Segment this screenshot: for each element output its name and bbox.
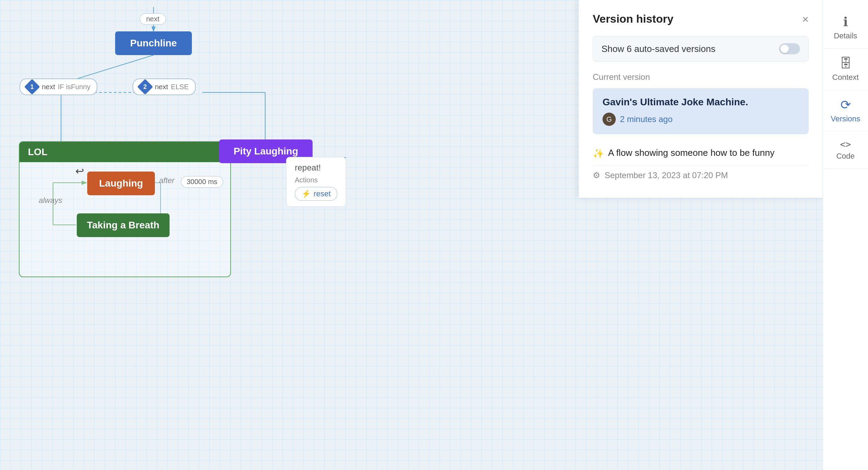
always-label: always xyxy=(39,196,62,205)
auto-saved-label: Show 6 auto-saved versions xyxy=(601,44,716,54)
repeat-box: repeat! Actions ⚡ reset xyxy=(286,157,346,207)
versions-icon: ⟳ xyxy=(840,98,851,112)
else-label: ELSE xyxy=(171,83,189,91)
sidebar-context-label: Context xyxy=(832,73,859,82)
repeat-text: repeat! xyxy=(295,163,337,173)
version-date-row: ⚙ September 13, 2023 at 07:20 PM xyxy=(593,166,809,185)
reset-button[interactable]: ⚡ reset xyxy=(295,187,337,201)
right-sidebar: ℹ Details 🗄 Context ⟳ Versions <> Code xyxy=(823,0,868,470)
version-panel-title: Version history xyxy=(593,13,673,25)
close-version-panel-button[interactable]: × xyxy=(802,14,809,25)
next-label-2: next xyxy=(155,83,168,91)
version-time: 2 minutes ago xyxy=(620,114,673,124)
version-description: ✨ A flow showing someone how to be funny xyxy=(593,141,809,166)
version-desc-text: A flow showing someone how to be funny xyxy=(608,147,775,158)
version-card-title: Gavin's Ultimate Joke Machine. xyxy=(603,97,799,108)
sidebar-details-label: Details xyxy=(834,31,857,40)
current-version-card[interactable]: Gavin's Ultimate Joke Machine. G 2 minut… xyxy=(593,88,809,134)
lol-header: LOL xyxy=(20,142,230,162)
sparkle-icon: ✨ xyxy=(593,148,604,159)
sidebar-item-versions[interactable]: ⟳ Versions xyxy=(823,90,868,131)
next-label: next xyxy=(140,13,166,25)
condition-badge-2[interactable]: 2 next ELSE xyxy=(133,78,196,95)
auto-saved-toggle[interactable] xyxy=(779,43,800,54)
reset-icon: ⚡ xyxy=(301,189,311,198)
version-card-meta: G 2 minutes ago xyxy=(603,113,799,126)
ms-label: 30000 ms xyxy=(181,176,223,188)
version-history-panel: Version history × Show 6 auto-saved vers… xyxy=(578,0,823,198)
version-panel-header: Version history × xyxy=(593,13,809,25)
lol-container: LOL ↩ Laughing after 30000 ms always Tak… xyxy=(19,141,231,277)
database-icon: 🗄 xyxy=(839,56,852,71)
next-label-1: next xyxy=(42,83,55,91)
sidebar-versions-label: Versions xyxy=(831,114,860,123)
actions-label: Actions xyxy=(295,176,337,184)
sidebar-item-code[interactable]: <> Code xyxy=(823,131,868,169)
loop-icon: ↩ xyxy=(75,165,84,177)
version-date-text: September 13, 2023 at 07:20 PM xyxy=(605,170,728,180)
code-icon: <> xyxy=(840,139,851,150)
after-label: after xyxy=(159,176,174,185)
auto-saved-toggle-row: Show 6 auto-saved versions xyxy=(593,36,809,62)
laughing-node[interactable]: Laughing xyxy=(87,172,155,195)
sidebar-code-label: Code xyxy=(836,152,855,161)
info-icon: ℹ xyxy=(843,15,848,29)
sidebar-item-details[interactable]: ℹ Details xyxy=(823,7,868,48)
avatar: G xyxy=(603,113,616,126)
sidebar-item-context[interactable]: 🗄 Context xyxy=(823,48,868,90)
current-version-label: Current version xyxy=(593,72,809,82)
condition-badge-1[interactable]: 1 next IF isFunny xyxy=(20,78,97,95)
gear-icon: ⚙ xyxy=(593,170,600,180)
punchline-node[interactable]: Punchline xyxy=(115,31,192,55)
taking-breath-node[interactable]: Taking a Breath xyxy=(77,213,170,237)
if-funny-label: IF isFunny xyxy=(58,83,90,91)
